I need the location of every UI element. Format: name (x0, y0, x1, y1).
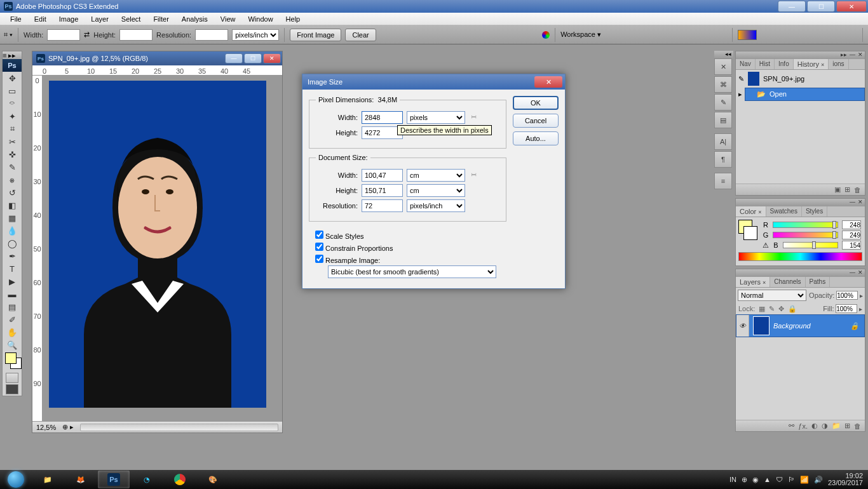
mask-icon[interactable]: ◐ (811, 422, 818, 430)
tray-icon[interactable]: ▲ (764, 476, 771, 483)
g-slider[interactable] (773, 232, 838, 238)
path-select-tool[interactable]: ▶ (3, 275, 22, 288)
menu-edit[interactable]: Edit (28, 14, 53, 24)
task-paint[interactable]: 🎨 (197, 471, 229, 488)
notes-tool[interactable]: ▤ (3, 300, 22, 313)
ok-button[interactable]: OK (513, 96, 559, 110)
minimize-icon[interactable]: — (850, 51, 855, 59)
trash-icon[interactable]: 🗑 (854, 422, 861, 430)
trash-icon[interactable]: 🗑 (854, 186, 861, 194)
dialog-title-bar[interactable]: Image Size ✕ (302, 74, 565, 90)
tab-swatches[interactable]: Swatches (766, 206, 802, 217)
menu-analysis[interactable]: Analysis (175, 14, 214, 24)
doc-title-bar[interactable]: Ps SPN_09+.jpg @ 12,5% (RGB/8) — ☐ ✕ (32, 51, 282, 65)
front-image-button[interactable]: Front Image (290, 29, 341, 41)
eraser-tool[interactable]: ◧ (3, 199, 22, 211)
palette-grip[interactable]: ≡ ▸▸ (3, 51, 22, 59)
slice-tool[interactable]: ✂ (3, 135, 22, 148)
dock-button[interactable]: ▤ (714, 112, 732, 128)
lock-paint-icon[interactable]: ✎ (769, 305, 775, 313)
tab-paths[interactable]: Paths (806, 277, 831, 287)
quickmask-button[interactable] (6, 373, 18, 383)
tab-histogram[interactable]: Hist (756, 59, 775, 69)
opacity-input[interactable] (836, 291, 858, 300)
dodge-tool[interactable]: ◯ (3, 237, 22, 250)
px-width-input[interactable] (362, 111, 403, 124)
screenmode-button[interactable] (6, 384, 18, 394)
blend-mode-select[interactable]: Normal (738, 290, 806, 301)
menu-view[interactable]: View (214, 14, 242, 24)
menu-window[interactable]: Window (241, 14, 279, 24)
bridge-icon[interactable] (542, 31, 550, 39)
heal-tool[interactable]: ✜ (3, 148, 22, 161)
menu-image[interactable]: Image (53, 14, 85, 24)
fg-color-well[interactable] (5, 352, 17, 364)
gamut-warning-icon[interactable]: ⚠ (763, 241, 769, 250)
menu-help[interactable]: Help (280, 14, 307, 24)
task-firefox[interactable]: 🦊 (65, 471, 97, 488)
tab-actions[interactable]: ions (829, 59, 848, 69)
doc-width-unit[interactable]: cm (407, 169, 465, 182)
minimize-icon[interactable]: — (850, 269, 855, 277)
resample-method-select[interactable]: Bicubic (best for smooth gradients) (328, 265, 496, 278)
type-tool[interactable]: T (3, 262, 22, 275)
opt-width-input[interactable] (47, 29, 80, 41)
dock-button[interactable]: ✎ (714, 94, 732, 111)
doc-maximize-button[interactable]: ☐ (244, 53, 262, 64)
resolution-unit[interactable]: pixels/inch (407, 199, 465, 212)
new-doc-icon[interactable]: ⊞ (844, 185, 850, 194)
fx-icon[interactable]: ƒx. (798, 422, 808, 430)
visibility-icon[interactable]: 👁 (736, 315, 749, 337)
gradient-tool[interactable]: ▦ (3, 211, 22, 224)
doc-info-icon[interactable]: ⊕ ▸ (62, 423, 74, 431)
group-icon[interactable]: 📁 (832, 422, 841, 430)
dialog-close-button[interactable]: ✕ (534, 76, 562, 88)
wand-tool[interactable]: ✦ (3, 110, 22, 123)
dock-button[interactable]: ¶ (714, 151, 732, 168)
color-ramp[interactable] (738, 252, 862, 261)
doc-zoom-readout[interactable]: 12,5% (36, 424, 56, 431)
swatch-icon[interactable] (738, 30, 757, 40)
lock-position-icon[interactable]: ✥ (778, 305, 784, 313)
opt-res-input[interactable] (195, 29, 228, 41)
tab-styles[interactable]: Styles (802, 206, 827, 217)
layer-background[interactable]: 👁 Background 🔒 (736, 314, 865, 337)
task-app[interactable]: ◔ (131, 471, 163, 488)
tab-history[interactable]: History× (794, 59, 829, 69)
layer-name[interactable]: Background (773, 322, 811, 330)
g-input[interactable] (842, 231, 861, 239)
b-input[interactable] (842, 241, 861, 250)
minimize-icon[interactable]: — (850, 199, 855, 206)
task-chrome[interactable] (164, 471, 196, 488)
doc-height-input[interactable] (362, 184, 403, 197)
r-slider[interactable] (773, 222, 838, 228)
bg-swatch[interactable] (743, 226, 757, 240)
lock-transparency-icon[interactable]: ▦ (759, 305, 765, 313)
stamp-tool[interactable]: ⎈ (3, 173, 22, 186)
shape-tool[interactable]: ▬ (3, 288, 22, 300)
vertical-ruler[interactable]: 0102030405060708090 (32, 76, 43, 421)
clock[interactable]: 19:02 23/09/2017 (828, 472, 863, 486)
blur-tool[interactable]: 💧 (3, 224, 22, 237)
tray-icon[interactable]: 🛡 (776, 476, 783, 483)
canvas[interactable] (43, 76, 282, 421)
brush-tool[interactable]: ✎ (3, 161, 22, 173)
menu-filter[interactable]: Filter (147, 14, 175, 24)
scale-styles-check[interactable]: Scale Styles (315, 229, 506, 241)
adjustment-icon[interactable]: ◑ (822, 422, 828, 430)
doc-scrollbar[interactable] (80, 424, 278, 431)
tab-navigator[interactable]: Nav (736, 59, 756, 69)
tab-channels[interactable]: Channels (770, 277, 805, 287)
volume-icon[interactable]: 🔊 (814, 476, 823, 484)
cancel-button[interactable]: Cancel (513, 114, 559, 128)
doc-close-button[interactable]: ✕ (263, 53, 281, 64)
new-snapshot-icon[interactable]: ▣ (834, 185, 841, 194)
maximize-button[interactable]: ☐ (807, 1, 835, 12)
r-input[interactable] (842, 220, 861, 229)
tray-icon[interactable]: ⊕ (742, 476, 747, 484)
resolution-input[interactable] (362, 199, 403, 212)
lock-all-icon[interactable]: 🔒 (788, 305, 797, 313)
close-icon[interactable]: ✕ (858, 199, 863, 206)
doc-width-input[interactable] (362, 169, 403, 182)
lang-indicator[interactable]: IN (729, 476, 736, 483)
